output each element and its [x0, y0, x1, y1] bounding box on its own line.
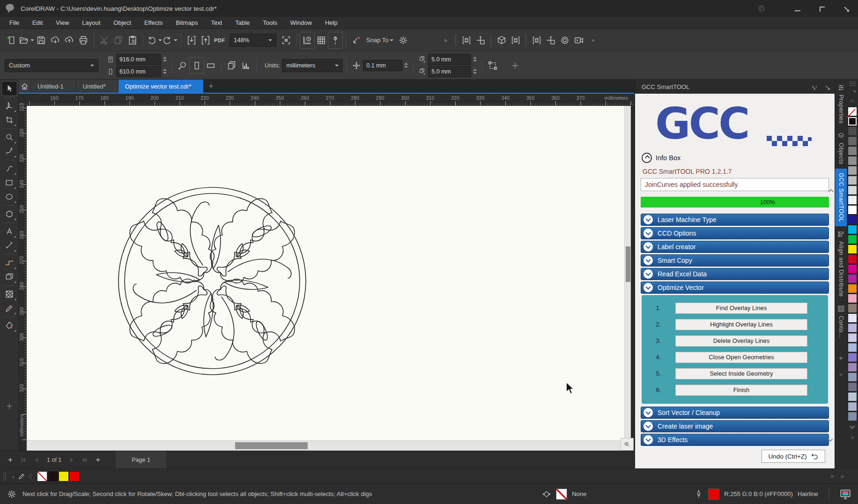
page-height-spinner[interactable]: [161, 69, 169, 74]
toolbar-grip[interactable]: [455, 34, 457, 46]
menu-item[interactable]: Layout: [75, 17, 107, 28]
zoom-tool[interactable]: [2, 130, 17, 144]
docker-tab[interactable]: Conto...: [835, 301, 847, 342]
duplicate-y-spinner[interactable]: [471, 69, 479, 74]
next-page-button[interactable]: [65, 454, 78, 466]
info-box-collapse-icon[interactable]: [642, 153, 652, 163]
snap-to-dropdown[interactable]: Snap To: [363, 32, 396, 48]
fullscreen-preview-button[interactable]: [279, 32, 293, 48]
current-page-button[interactable]: [239, 58, 253, 74]
menu-item[interactable]: File: [3, 17, 26, 28]
docker-section-header[interactable]: Laser Machine Type: [641, 214, 829, 226]
docker-tab[interactable]: Objects: [835, 128, 847, 169]
cut-button[interactable]: [97, 32, 111, 48]
palette-swatch[interactable]: [848, 304, 857, 313]
section-chevron-icon[interactable]: [644, 229, 653, 238]
plugin-overflow-button[interactable]: »: [586, 32, 600, 48]
vertical-ruler[interactable]: millimeters 2102202302402502602702802903…: [19, 106, 27, 440]
add-page-before-button[interactable]: +: [4, 454, 17, 466]
docker-tab[interactable]: Properties: [835, 80, 847, 128]
page-preset-combo[interactable]: Custom: [5, 59, 98, 72]
palette-swatch[interactable]: [848, 392, 857, 401]
step-button[interactable]: Delete Overlay Lines: [675, 335, 807, 347]
docker-section-header[interactable]: Optimize Vector: [641, 282, 829, 294]
palette-swatch[interactable]: [848, 166, 857, 175]
docker-tab[interactable]: Align and Distribute: [835, 226, 847, 301]
palette-swatch[interactable]: [848, 294, 857, 303]
document-palette-flyout-icon[interactable]: [8, 474, 14, 479]
redo-button[interactable]: [162, 32, 178, 48]
section-chevron-icon[interactable]: [644, 242, 653, 252]
duplicate-x-spinner[interactable]: [471, 57, 479, 62]
palette-swatch[interactable]: [848, 156, 857, 165]
palette-swatch[interactable]: [848, 254, 857, 264]
paste-button[interactable]: [126, 32, 140, 48]
pick-tool[interactable]: [2, 82, 17, 96]
document-palette-swatch[interactable]: [59, 471, 69, 482]
page-width-spinner[interactable]: [161, 57, 169, 62]
interactive-fill-tool[interactable]: [2, 319, 17, 333]
toolbar-grip[interactable]: [490, 34, 492, 46]
section-chevron-icon[interactable]: [644, 408, 653, 417]
section-chevron-icon[interactable]: [644, 283, 653, 292]
page-height-field[interactable]: 610.0 mm: [116, 66, 161, 77]
dimension-tool[interactable]: [2, 238, 17, 252]
publish-pdf-button[interactable]: PDF: [213, 32, 227, 48]
docker-section-header[interactable]: Create laser image: [641, 420, 829, 432]
scale-dimensions-button[interactable]: [176, 58, 190, 74]
snap-off-button[interactable]: [349, 32, 363, 48]
vertical-scrollbar-thumb[interactable]: [626, 246, 630, 282]
drop-shadow-tool[interactable]: [2, 270, 17, 284]
docker-section-header[interactable]: Read Excel Data: [641, 268, 829, 280]
close-button[interactable]: [834, 0, 858, 17]
propbar-plus-button[interactable]: [508, 58, 522, 74]
duplicate-y-field[interactable]: 5.0 mm: [428, 66, 471, 77]
two-point-line-tool[interactable]: [2, 162, 17, 176]
video-tutorial-button[interactable]: [572, 32, 586, 48]
menu-item[interactable]: Window: [284, 17, 318, 28]
document-palette-overflow[interactable]: »»: [831, 473, 858, 480]
show-rulers-button[interactable]: [300, 32, 314, 48]
palette-swatch[interactable]: [848, 313, 857, 323]
export-button[interactable]: [199, 32, 213, 48]
cloud-save-button[interactable]: [62, 32, 76, 48]
landscape-button[interactable]: [204, 58, 218, 74]
capture-icon[interactable]: [757, 4, 766, 13]
show-guidelines-button[interactable]: [328, 32, 342, 48]
palette-swatch[interactable]: [848, 323, 857, 333]
freehand-tool[interactable]: [2, 144, 17, 158]
palette-flyout-icon[interactable]: [850, 88, 856, 94]
palette-swatch[interactable]: [848, 117, 857, 126]
status-message-box[interactable]: JoinCurves applied successfully: [641, 178, 829, 191]
document-palette-swatch[interactable]: [48, 471, 58, 482]
step-button[interactable]: Select Inside Geometry: [675, 368, 807, 379]
docker-section-header[interactable]: CCD Options: [641, 227, 829, 239]
palette-swatch[interactable]: [848, 363, 857, 372]
docker-section-header[interactable]: 3D Effects: [641, 434, 829, 446]
palette-swatch[interactable]: [848, 235, 857, 244]
plugin-object-button[interactable]: [530, 32, 544, 48]
launch-app-button[interactable]: [459, 32, 473, 48]
new-document-button[interactable]: [5, 32, 19, 48]
palette-scroll-down-icon[interactable]: [850, 423, 855, 429]
text-tool[interactable]: [2, 224, 17, 238]
transparency-tool[interactable]: [2, 287, 17, 301]
treat-as-filled-button[interactable]: [486, 58, 500, 74]
page-tab[interactable]: Page 1: [116, 451, 166, 469]
show-grid-button[interactable]: [314, 32, 328, 48]
previous-page-button[interactable]: [30, 454, 43, 466]
palette-swatch[interactable]: [848, 205, 857, 215]
palette-swatch[interactable]: [848, 333, 857, 342]
color-eyedropper-tool[interactable]: [2, 301, 17, 315]
horizontal-ruler[interactable]: millimeters 1601701801902002102202302402…: [19, 94, 635, 106]
section-chevron-icon[interactable]: [644, 256, 653, 265]
menu-item[interactable]: Table: [229, 17, 256, 28]
save-button[interactable]: [34, 32, 48, 48]
palette-swatch[interactable]: [848, 185, 857, 195]
section-chevron-icon[interactable]: [644, 422, 653, 431]
document-tab[interactable]: Untitled*: [76, 80, 118, 93]
section-chevron-icon[interactable]: [644, 215, 653, 224]
palette-swatch[interactable]: [848, 215, 857, 224]
docker-section-header[interactable]: Sort Vector / Cleanup: [641, 407, 829, 419]
zoom-indicator-button[interactable]: [621, 438, 634, 451]
